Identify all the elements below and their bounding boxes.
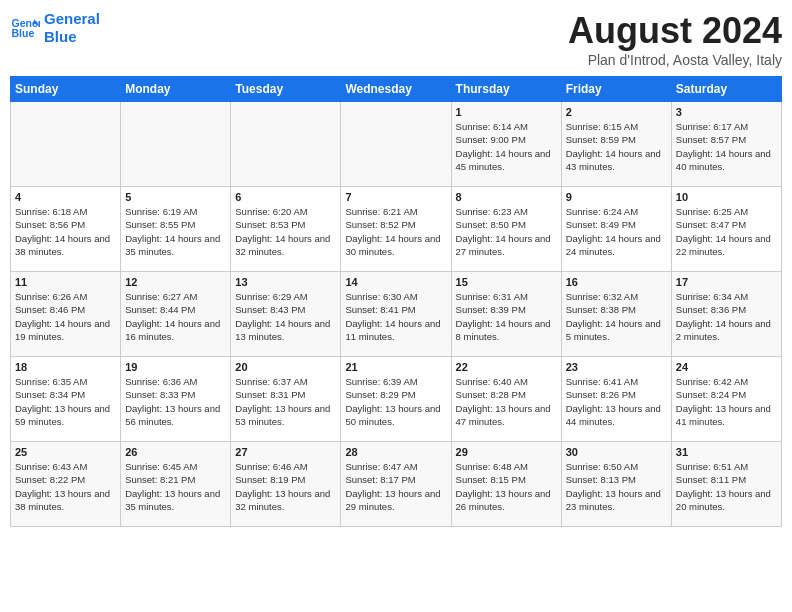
- day-number: 15: [456, 276, 557, 288]
- calendar-cell: 12Sunrise: 6:27 AM Sunset: 8:44 PM Dayli…: [121, 272, 231, 357]
- calendar-cell: 11Sunrise: 6:26 AM Sunset: 8:46 PM Dayli…: [11, 272, 121, 357]
- day-number: 2: [566, 106, 667, 118]
- day-number: 21: [345, 361, 446, 373]
- day-number: 8: [456, 191, 557, 203]
- weekday-header-sunday: Sunday: [11, 77, 121, 102]
- calendar-cell: 26Sunrise: 6:45 AM Sunset: 8:21 PM Dayli…: [121, 442, 231, 527]
- calendar-body: 1Sunrise: 6:14 AM Sunset: 9:00 PM Daylig…: [11, 102, 782, 527]
- svg-text:Blue: Blue: [12, 27, 35, 39]
- day-info: Sunrise: 6:14 AM Sunset: 9:00 PM Dayligh…: [456, 120, 557, 173]
- day-number: 1: [456, 106, 557, 118]
- calendar-cell: 15Sunrise: 6:31 AM Sunset: 8:39 PM Dayli…: [451, 272, 561, 357]
- day-info: Sunrise: 6:51 AM Sunset: 8:11 PM Dayligh…: [676, 460, 777, 513]
- calendar-week-4: 18Sunrise: 6:35 AM Sunset: 8:34 PM Dayli…: [11, 357, 782, 442]
- day-info: Sunrise: 6:48 AM Sunset: 8:15 PM Dayligh…: [456, 460, 557, 513]
- calendar-cell: 1Sunrise: 6:14 AM Sunset: 9:00 PM Daylig…: [451, 102, 561, 187]
- calendar-cell: 4Sunrise: 6:18 AM Sunset: 8:56 PM Daylig…: [11, 187, 121, 272]
- day-info: Sunrise: 6:24 AM Sunset: 8:49 PM Dayligh…: [566, 205, 667, 258]
- logo-text-blue: Blue: [44, 28, 100, 46]
- calendar-cell: 27Sunrise: 6:46 AM Sunset: 8:19 PM Dayli…: [231, 442, 341, 527]
- day-info: Sunrise: 6:45 AM Sunset: 8:21 PM Dayligh…: [125, 460, 226, 513]
- weekday-header-thursday: Thursday: [451, 77, 561, 102]
- calendar-cell: 24Sunrise: 6:42 AM Sunset: 8:24 PM Dayli…: [671, 357, 781, 442]
- calendar-week-2: 4Sunrise: 6:18 AM Sunset: 8:56 PM Daylig…: [11, 187, 782, 272]
- calendar-cell: 23Sunrise: 6:41 AM Sunset: 8:26 PM Dayli…: [561, 357, 671, 442]
- calendar-week-5: 25Sunrise: 6:43 AM Sunset: 8:22 PM Dayli…: [11, 442, 782, 527]
- day-info: Sunrise: 6:32 AM Sunset: 8:38 PM Dayligh…: [566, 290, 667, 343]
- calendar-cell: 17Sunrise: 6:34 AM Sunset: 8:36 PM Dayli…: [671, 272, 781, 357]
- day-info: Sunrise: 6:26 AM Sunset: 8:46 PM Dayligh…: [15, 290, 116, 343]
- calendar-cell: [341, 102, 451, 187]
- day-info: Sunrise: 6:47 AM Sunset: 8:17 PM Dayligh…: [345, 460, 446, 513]
- day-number: 28: [345, 446, 446, 458]
- day-info: Sunrise: 6:31 AM Sunset: 8:39 PM Dayligh…: [456, 290, 557, 343]
- day-number: 19: [125, 361, 226, 373]
- calendar-cell: 20Sunrise: 6:37 AM Sunset: 8:31 PM Dayli…: [231, 357, 341, 442]
- day-info: Sunrise: 6:41 AM Sunset: 8:26 PM Dayligh…: [566, 375, 667, 428]
- day-number: 7: [345, 191, 446, 203]
- day-number: 9: [566, 191, 667, 203]
- day-info: Sunrise: 6:27 AM Sunset: 8:44 PM Dayligh…: [125, 290, 226, 343]
- day-number: 18: [15, 361, 116, 373]
- day-number: 11: [15, 276, 116, 288]
- calendar-cell: 29Sunrise: 6:48 AM Sunset: 8:15 PM Dayli…: [451, 442, 561, 527]
- day-info: Sunrise: 6:50 AM Sunset: 8:13 PM Dayligh…: [566, 460, 667, 513]
- day-info: Sunrise: 6:37 AM Sunset: 8:31 PM Dayligh…: [235, 375, 336, 428]
- day-number: 29: [456, 446, 557, 458]
- day-info: Sunrise: 6:35 AM Sunset: 8:34 PM Dayligh…: [15, 375, 116, 428]
- logo-text-general: General: [44, 10, 100, 28]
- weekday-header-row: SundayMondayTuesdayWednesdayThursdayFrid…: [11, 77, 782, 102]
- calendar-week-1: 1Sunrise: 6:14 AM Sunset: 9:00 PM Daylig…: [11, 102, 782, 187]
- day-info: Sunrise: 6:42 AM Sunset: 8:24 PM Dayligh…: [676, 375, 777, 428]
- calendar-cell: 3Sunrise: 6:17 AM Sunset: 8:57 PM Daylig…: [671, 102, 781, 187]
- main-title: August 2024: [568, 10, 782, 52]
- day-info: Sunrise: 6:29 AM Sunset: 8:43 PM Dayligh…: [235, 290, 336, 343]
- calendar-cell: [121, 102, 231, 187]
- calendar-week-3: 11Sunrise: 6:26 AM Sunset: 8:46 PM Dayli…: [11, 272, 782, 357]
- day-number: 10: [676, 191, 777, 203]
- day-info: Sunrise: 6:21 AM Sunset: 8:52 PM Dayligh…: [345, 205, 446, 258]
- weekday-header-tuesday: Tuesday: [231, 77, 341, 102]
- day-info: Sunrise: 6:40 AM Sunset: 8:28 PM Dayligh…: [456, 375, 557, 428]
- title-area: August 2024 Plan d'Introd, Aosta Valley,…: [568, 10, 782, 68]
- calendar-cell: 22Sunrise: 6:40 AM Sunset: 8:28 PM Dayli…: [451, 357, 561, 442]
- day-number: 5: [125, 191, 226, 203]
- day-info: Sunrise: 6:46 AM Sunset: 8:19 PM Dayligh…: [235, 460, 336, 513]
- calendar-cell: 30Sunrise: 6:50 AM Sunset: 8:13 PM Dayli…: [561, 442, 671, 527]
- calendar-cell: 14Sunrise: 6:30 AM Sunset: 8:41 PM Dayli…: [341, 272, 451, 357]
- day-number: 17: [676, 276, 777, 288]
- day-number: 31: [676, 446, 777, 458]
- day-number: 23: [566, 361, 667, 373]
- calendar-cell: 19Sunrise: 6:36 AM Sunset: 8:33 PM Dayli…: [121, 357, 231, 442]
- day-info: Sunrise: 6:25 AM Sunset: 8:47 PM Dayligh…: [676, 205, 777, 258]
- weekday-header-wednesday: Wednesday: [341, 77, 451, 102]
- day-info: Sunrise: 6:34 AM Sunset: 8:36 PM Dayligh…: [676, 290, 777, 343]
- day-number: 30: [566, 446, 667, 458]
- page-header: General Blue General Blue August 2024 Pl…: [10, 10, 782, 68]
- calendar-cell: 16Sunrise: 6:32 AM Sunset: 8:38 PM Dayli…: [561, 272, 671, 357]
- day-info: Sunrise: 6:43 AM Sunset: 8:22 PM Dayligh…: [15, 460, 116, 513]
- day-number: 26: [125, 446, 226, 458]
- day-info: Sunrise: 6:15 AM Sunset: 8:59 PM Dayligh…: [566, 120, 667, 173]
- day-info: Sunrise: 6:20 AM Sunset: 8:53 PM Dayligh…: [235, 205, 336, 258]
- calendar-cell: 28Sunrise: 6:47 AM Sunset: 8:17 PM Dayli…: [341, 442, 451, 527]
- day-info: Sunrise: 6:19 AM Sunset: 8:55 PM Dayligh…: [125, 205, 226, 258]
- logo-icon: General Blue: [10, 13, 40, 43]
- day-info: Sunrise: 6:30 AM Sunset: 8:41 PM Dayligh…: [345, 290, 446, 343]
- day-info: Sunrise: 6:36 AM Sunset: 8:33 PM Dayligh…: [125, 375, 226, 428]
- calendar-cell: [11, 102, 121, 187]
- calendar-cell: [231, 102, 341, 187]
- day-number: 16: [566, 276, 667, 288]
- calendar-cell: 21Sunrise: 6:39 AM Sunset: 8:29 PM Dayli…: [341, 357, 451, 442]
- calendar-cell: 25Sunrise: 6:43 AM Sunset: 8:22 PM Dayli…: [11, 442, 121, 527]
- weekday-header-monday: Monday: [121, 77, 231, 102]
- day-info: Sunrise: 6:39 AM Sunset: 8:29 PM Dayligh…: [345, 375, 446, 428]
- logo: General Blue General Blue: [10, 10, 100, 46]
- weekday-header-saturday: Saturday: [671, 77, 781, 102]
- day-info: Sunrise: 6:18 AM Sunset: 8:56 PM Dayligh…: [15, 205, 116, 258]
- day-number: 13: [235, 276, 336, 288]
- day-number: 22: [456, 361, 557, 373]
- day-number: 6: [235, 191, 336, 203]
- calendar-cell: 2Sunrise: 6:15 AM Sunset: 8:59 PM Daylig…: [561, 102, 671, 187]
- day-number: 20: [235, 361, 336, 373]
